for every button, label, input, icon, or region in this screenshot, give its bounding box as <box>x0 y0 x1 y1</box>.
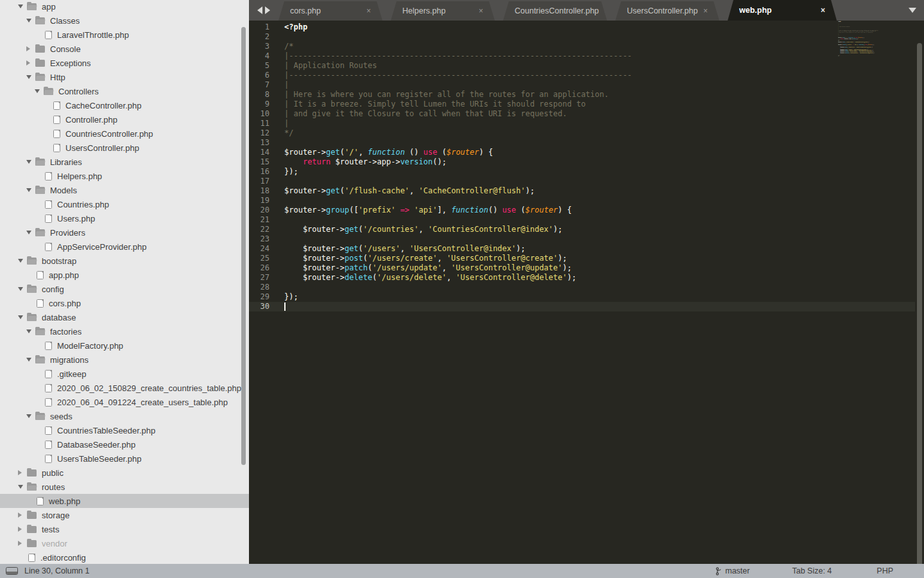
tab-web.php[interactable]: web.php× <box>728 0 837 21</box>
code-line-4[interactable]: |---------------------------------------… <box>284 51 632 61</box>
code-line-29[interactable]: }); <box>284 292 632 302</box>
code-line-6[interactable]: |---------------------------------------… <box>284 71 632 80</box>
code-editor[interactable]: 1234567891011121314151617181920212223242… <box>249 21 924 564</box>
tree-item-.editorconfig[interactable]: .editorconfig <box>0 550 249 564</box>
code-line-2[interactable] <box>284 32 632 42</box>
chevron-down-icon[interactable] <box>26 19 35 22</box>
tree-item-.gitkeep[interactable]: .gitkeep <box>0 367 249 381</box>
chevron-down-icon[interactable] <box>18 259 27 263</box>
tree-item-http[interactable]: Http <box>0 70 249 84</box>
tree-item-models[interactable]: Models <box>0 183 249 197</box>
tab-helpers.php[interactable]: Helpers.php× <box>391 1 495 21</box>
close-icon[interactable]: × <box>604 6 608 15</box>
close-icon[interactable]: × <box>821 6 825 15</box>
tab-overflow-menu-icon[interactable] <box>909 8 916 13</box>
code-line-30[interactable] <box>284 302 632 311</box>
code-line-8[interactable]: | Here is where you can register all of … <box>284 90 632 100</box>
chevron-right-icon[interactable] <box>18 527 27 532</box>
tree-item-countries.php[interactable]: Countries.php <box>0 197 249 211</box>
chevron-down-icon[interactable] <box>18 315 27 319</box>
chevron-down-icon[interactable] <box>18 287 27 291</box>
tree-item-config[interactable]: config <box>0 282 249 296</box>
chevron-right-icon[interactable] <box>18 512 27 518</box>
code-line-22[interactable]: $router->get('/countries', 'CountriesCon… <box>284 225 632 234</box>
tree-item-app[interactable]: app <box>0 0 249 13</box>
next-tab-icon[interactable] <box>265 6 270 14</box>
cursor-position-label[interactable]: Line 30, Column 1 <box>24 566 89 575</box>
tree-item-appserviceprovider.php[interactable]: AppServiceProvider.php <box>0 240 249 254</box>
tree-item-laravelthrottle.php[interactable]: LaravelThrottle.php <box>0 28 249 42</box>
tree-item-userscontroller.php[interactable]: UsersController.php <box>0 141 249 155</box>
code-line-12[interactable]: */ <box>284 128 632 138</box>
chevron-right-icon[interactable] <box>18 470 27 475</box>
code-line-5[interactable]: | Application Routes <box>284 61 632 71</box>
tree-item-countriescontroller.php[interactable]: CountriesController.php <box>0 127 249 141</box>
chevron-down-icon[interactable] <box>26 329 35 333</box>
code-line-26[interactable]: $router->patch('/users/update', 'UsersCo… <box>284 263 632 273</box>
code-line-13[interactable] <box>284 138 632 148</box>
tree-item-helpers.php[interactable]: Helpers.php <box>0 169 249 183</box>
tree-item-console[interactable]: Console <box>0 42 249 56</box>
code-line-23[interactable] <box>284 234 632 244</box>
close-icon[interactable]: × <box>479 6 483 15</box>
tab-countriescontroller.php[interactable]: CountriesController.php× <box>503 1 607 21</box>
chevron-down-icon[interactable] <box>26 231 35 234</box>
tree-item-controllers[interactable]: Controllers <box>0 84 249 98</box>
tree-item-modelfactory.php[interactable]: ModelFactory.php <box>0 338 249 353</box>
chevron-down-icon[interactable] <box>26 188 35 192</box>
tree-item-cachecontroller.php[interactable]: CacheController.php <box>0 98 249 112</box>
tree-item-countriestableseeder.php[interactable]: CountriesTableSeeder.php <box>0 423 249 437</box>
chevron-down-icon[interactable] <box>26 358 35 362</box>
code-line-14[interactable]: $router->get('/', function () use ($rout… <box>284 148 632 157</box>
code-line-11[interactable]: | <box>284 119 632 128</box>
tree-item-userstableseeder.php[interactable]: UsersTableSeeder.php <box>0 451 249 466</box>
tree-item-cors.php[interactable]: cors.php <box>0 296 249 310</box>
tree-item-2020_06_04_091224_create_users_table.php[interactable]: 2020_06_04_091224_create_users_table.php <box>0 395 249 409</box>
tree-item-exceptions[interactable]: Exceptions <box>0 56 249 70</box>
tree-item-app.php[interactable]: app.php <box>0 268 249 282</box>
tree-item-tests[interactable]: tests <box>0 522 249 536</box>
chevron-down-icon[interactable] <box>26 414 35 418</box>
chevron-right-icon[interactable] <box>18 541 27 546</box>
tree-item-classes[interactable]: Classes <box>0 13 249 28</box>
sidebar-scrollbar[interactable] <box>241 27 246 465</box>
syntax-indicator[interactable]: PHP <box>877 566 893 575</box>
tree-item-bootstrap[interactable]: bootstrap <box>0 254 249 268</box>
prev-tab-icon[interactable] <box>257 6 262 14</box>
tree-item-2020_06_02_150829_create_countries_table.php[interactable]: 2020_06_02_150829_create_countries_table… <box>0 381 249 395</box>
code-line-3[interactable]: /* <box>284 42 632 51</box>
tree-item-libraries[interactable]: Libraries <box>0 155 249 169</box>
tree-item-providers[interactable]: Providers <box>0 225 249 240</box>
chevron-down-icon[interactable] <box>18 485 27 489</box>
tree-item-databaseseeder.php[interactable]: DatabaseSeeder.php <box>0 437 249 451</box>
chevron-down-icon[interactable] <box>35 89 44 93</box>
code-line-27[interactable]: $router->delete('/users/delete', 'UsersC… <box>284 273 632 283</box>
chevron-down-icon[interactable] <box>18 4 27 8</box>
tree-item-routes[interactable]: routes <box>0 480 249 494</box>
code-line-18[interactable]: $router->get('/flush-cache', 'CacheContr… <box>284 186 632 196</box>
code-line-9[interactable]: | It is a breeze. Simply tell Lumen the … <box>284 100 632 109</box>
code-line-7[interactable]: | <box>284 80 632 90</box>
tree-item-controller.php[interactable]: Controller.php <box>0 112 249 127</box>
tree-item-seeds[interactable]: seeds <box>0 409 249 423</box>
minimap[interactable]: <?php/*|--------------------------------… <box>838 21 887 67</box>
tree-item-web.php[interactable]: web.php <box>0 494 249 508</box>
code-line-21[interactable] <box>284 215 632 225</box>
code-line-19[interactable] <box>284 196 632 206</box>
tab-size-indicator[interactable]: Tab Size: 4 <box>792 566 832 575</box>
chevron-right-icon[interactable] <box>26 46 35 51</box>
code-line-15[interactable]: return $router->app->version(); <box>284 157 632 167</box>
code-line-20[interactable]: $router->group(['prefix' => 'api'], func… <box>284 206 632 215</box>
tab-cors.php[interactable]: cors.php× <box>278 1 382 21</box>
code-line-28[interactable] <box>284 283 632 292</box>
editor-scrollbar[interactable] <box>917 43 922 578</box>
tree-item-storage[interactable]: storage <box>0 508 249 522</box>
tree-item-public[interactable]: public <box>0 466 249 480</box>
tree-item-migrations[interactable]: migrations <box>0 353 249 367</box>
code-line-10[interactable]: | and give it the Closure to call when t… <box>284 109 632 119</box>
code-line-17[interactable] <box>284 177 632 186</box>
chevron-down-icon[interactable] <box>26 160 35 164</box>
tab-userscontroller.php[interactable]: UsersController.php× <box>615 1 719 21</box>
code-line-16[interactable]: }); <box>284 167 632 177</box>
chevron-down-icon[interactable] <box>26 75 35 79</box>
